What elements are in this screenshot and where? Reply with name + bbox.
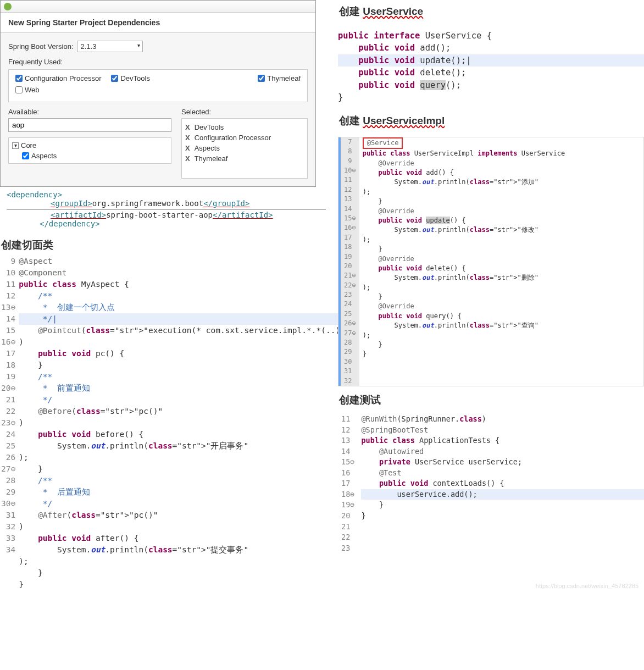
impl-code: 7 8 9 10⊖11 12 13 14 15⊖16⊖17 18 19 20 2… — [338, 137, 644, 386]
dialog-titlebar — [1, 1, 315, 13]
boot-version-label: Spring Boot Version: — [8, 42, 74, 51]
check-web[interactable]: Web — [15, 86, 40, 94]
check-thymeleaf[interactable]: Thymeleaf — [258, 74, 301, 82]
sel-aspects[interactable]: XAspects — [185, 143, 304, 153]
sel-devtools[interactable]: XDevTools — [185, 122, 304, 132]
sel-config-processor[interactable]: XConfiguration Processor — [185, 132, 304, 143]
spring-icon — [4, 3, 12, 10]
test-code: 11 12 13 14 15⊖16 17 18⊖19⊖20 21 22 23 @… — [338, 414, 644, 553]
boot-version-dropdown[interactable]: 2.1.3 — [77, 41, 143, 52]
xml-dependency-snippet: <dependency> <groupId>org.springframewor… — [0, 187, 332, 234]
available-input[interactable] — [8, 118, 171, 132]
spring-starter-dialog: New Spring Starter Project Dependencies … — [0, 0, 316, 187]
dialog-title: New Spring Starter Project Dependencies — [8, 18, 308, 27]
freq-used-box: Configuration Processor DevTools Thymele… — [8, 69, 308, 102]
selected-list: XDevTools XConfiguration Processor XAspe… — [181, 118, 308, 179]
tree-aspects[interactable]: Aspects — [22, 152, 168, 160]
sel-thymeleaf[interactable]: XThymeleaf — [185, 153, 304, 164]
watermark: https://blog.csdn.net/weixin_45782285 — [536, 583, 639, 589]
iface-code: public interface UserService { public vo… — [338, 30, 644, 104]
selected-label: Selected: — [181, 108, 308, 116]
tree-core[interactable]: Core — [12, 141, 168, 149]
test-title: 创建测试 — [339, 393, 644, 407]
available-label: Available: — [8, 108, 171, 116]
aspect-code: 910111213⊖141516⊖17181920⊖212223⊖2425262… — [0, 256, 332, 590]
userserviceimpl-title: 创建 UserServiceImpl — [339, 114, 644, 128]
check-devtools[interactable]: DevTools — [111, 74, 149, 82]
dialog-header: New Spring Starter Project Dependencies — [1, 13, 315, 33]
userservice-title: 创建 UserService — [339, 4, 644, 19]
check-config-processor[interactable]: Configuration Processor — [15, 74, 101, 82]
freq-used-label: Frequently Used: — [8, 58, 304, 66]
available-tree: Core Aspects — [8, 137, 171, 164]
aspect-title: 创建切面类 — [1, 238, 332, 252]
